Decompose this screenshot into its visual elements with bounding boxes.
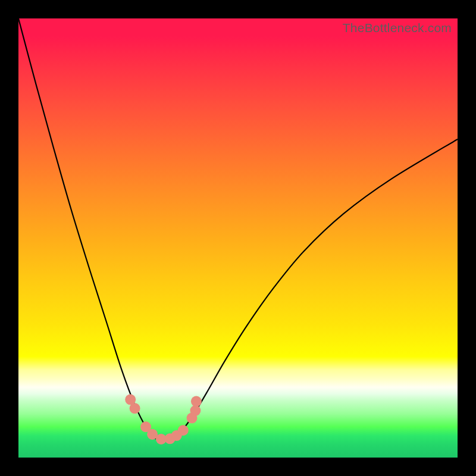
watermark-text: TheBottleneck.com [343,21,452,35]
chart-container: TheBottleneck.com [0,0,476,476]
data-marker [130,403,140,414]
data-marker [191,396,202,407]
data-marker [178,425,189,436]
chart-svg [18,18,458,458]
data-marker [190,405,201,416]
plot-area: TheBottleneck.com [18,18,458,458]
bottleneck-curve [18,18,458,440]
